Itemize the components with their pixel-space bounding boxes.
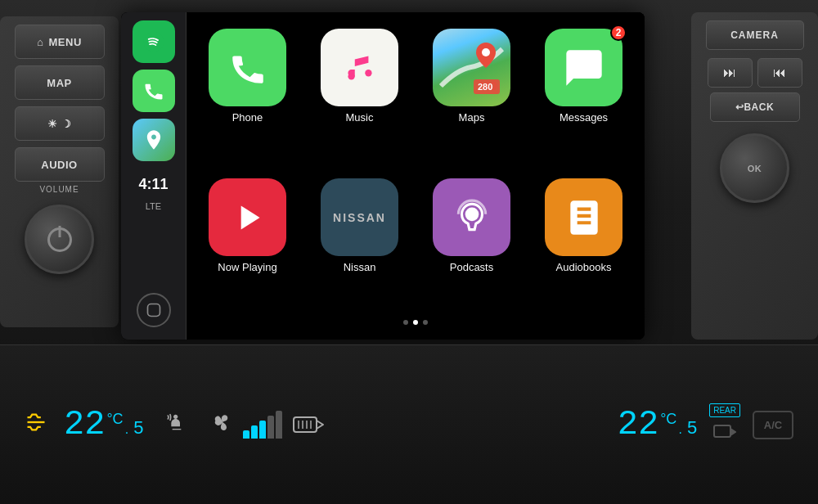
ac-label: A/C (764, 419, 782, 431)
left-panel: ⌂ MENU MAP ☀ ☽ AUDIO VOLUME (0, 16, 119, 327)
phone-icon (209, 29, 286, 106)
seat-heat-icon[interactable] (164, 409, 190, 441)
back-arrow-icon: ↩ (735, 101, 744, 113)
skip-forward-button[interactable]: ⏭ (708, 58, 753, 88)
audiobooks-icon (545, 178, 622, 256)
maps-icon: 280 280 (433, 29, 510, 106)
podcasts-label: Podcasts (450, 261, 493, 273)
home-button[interactable] (137, 293, 171, 327)
svg-point-7 (482, 48, 490, 56)
right-temp-section: 22 °C . 5 REAR A/C (618, 403, 793, 446)
air-direction-icon[interactable] (292, 411, 325, 439)
app-music[interactable]: Music (311, 29, 408, 164)
audiobooks-label: Audiobooks (556, 261, 612, 273)
ac-control[interactable]: A/C (753, 411, 793, 439)
ac-section: REAR (709, 403, 740, 446)
right-temp-display: 22 °C . 5 (618, 407, 697, 442)
sidebar-spotify-icon[interactable] (133, 20, 175, 63)
app-phone[interactable]: Phone (199, 29, 296, 164)
map-button[interactable]: MAP (15, 65, 105, 100)
audio-label: AUDIO (41, 159, 77, 171)
right-temp-decimal: . 5 (678, 417, 697, 439)
fan-bar-3 (259, 421, 266, 439)
tune-scroll-knob[interactable]: OK (720, 133, 789, 203)
nissan-text: NISSAN (333, 211, 386, 224)
dot-1[interactable] (403, 320, 408, 325)
back-button[interactable]: ↩ BACK (710, 92, 800, 122)
phone-label: Phone (232, 111, 263, 124)
left-temp-display: 22 °C . 5 (64, 407, 143, 442)
left-temp-unit: °C (106, 411, 123, 428)
skip-back-button[interactable]: ⏮ (757, 58, 802, 88)
fan-bar-1 (243, 430, 249, 439)
app-maps[interactable]: 280 280 Maps (423, 29, 520, 164)
sidebar-maps-icon[interactable] (133, 119, 175, 161)
svg-rect-15 (714, 425, 730, 437)
rear-fan-icon[interactable] (713, 423, 736, 446)
volume-label: VOLUME (39, 185, 79, 194)
carplay-sidebar: 4:11 LTE (121, 12, 187, 340)
defrost-icon[interactable] (25, 411, 47, 439)
nissan-icon: NISSAN (321, 178, 398, 256)
camera-button[interactable]: CAMERA (706, 20, 804, 50)
sidebar-phone-icon[interactable] (133, 70, 175, 112)
maps-label: Maps (459, 111, 485, 124)
lte-badge: LTE (146, 201, 161, 211)
svg-point-2 (348, 73, 354, 79)
menu-label: MENU (49, 36, 82, 48)
svg-text:280: 280 (478, 82, 492, 92)
brightness-button[interactable]: ☀ ☽ (15, 106, 105, 141)
svg-point-9 (465, 207, 479, 221)
left-temp-decimal: . 5 (125, 417, 144, 439)
carplay-main: Phone Music (187, 12, 645, 340)
nowplaying-label: Now Playing (218, 261, 276, 273)
back-label: BACK (744, 101, 774, 113)
svg-rect-10 (294, 417, 317, 432)
audio-button[interactable]: AUDIO (15, 147, 105, 182)
app-grid: Phone Music (199, 29, 632, 313)
time-display: 4:11 (138, 176, 168, 193)
volume-knob[interactable] (25, 205, 94, 274)
fan-bar-2 (251, 425, 258, 439)
right-temp-unit: °C (660, 411, 676, 428)
fan-bar-4 (267, 416, 274, 439)
podcasts-icon (433, 178, 510, 256)
svg-point-3 (365, 70, 371, 76)
menu-button[interactable]: ⌂ MENU (15, 25, 105, 59)
dot-2[interactable] (413, 320, 418, 325)
fan-icon[interactable] (210, 410, 235, 440)
app-audiobooks[interactable]: Audiobooks (535, 178, 632, 313)
page-dots (199, 313, 632, 331)
brightness-icon: ☀ ☽ (47, 118, 71, 130)
app-podcasts[interactable]: Podcasts (423, 178, 520, 313)
messages-label: Messages (560, 111, 608, 124)
nowplaying-icon (209, 178, 286, 256)
ok-label: OK (748, 164, 762, 173)
messages-icon: 2 (545, 29, 622, 106)
dashboard: ⌂ MENU MAP ☀ ☽ AUDIO VOLUME (0, 0, 818, 504)
rear-badge: REAR (709, 403, 740, 417)
camera-label: CAMERA (730, 29, 779, 41)
music-label: Music (346, 111, 374, 124)
climate-bar: 22 °C . 5 (0, 344, 818, 504)
fan-bar-5 (276, 411, 282, 439)
carplay-screen: 4:11 LTE (121, 12, 645, 340)
app-nissan[interactable]: NISSAN Nissan (311, 178, 408, 313)
messages-badge: 2 (610, 25, 627, 41)
fan-display (210, 410, 325, 440)
map-label: MAP (47, 77, 71, 89)
music-icon (321, 29, 398, 106)
svg-rect-1 (147, 304, 160, 317)
app-nowplaying[interactable]: Now Playing (199, 178, 296, 313)
left-temp-number: 22 (64, 407, 105, 442)
power-icon (47, 227, 72, 252)
skip-controls: ⏭ ⏮ (708, 58, 802, 88)
home-icon: ⌂ (37, 36, 43, 48)
fan-speed-bars (243, 411, 282, 439)
right-temp-number: 22 (618, 407, 658, 442)
nissan-label: Nissan (344, 261, 376, 273)
app-messages[interactable]: 2 Messages (535, 29, 632, 164)
dot-3[interactable] (423, 320, 428, 325)
svg-marker-8 (240, 205, 259, 229)
right-panel: CAMERA ⏭ ⏮ ↩ BACK OK (691, 12, 818, 340)
